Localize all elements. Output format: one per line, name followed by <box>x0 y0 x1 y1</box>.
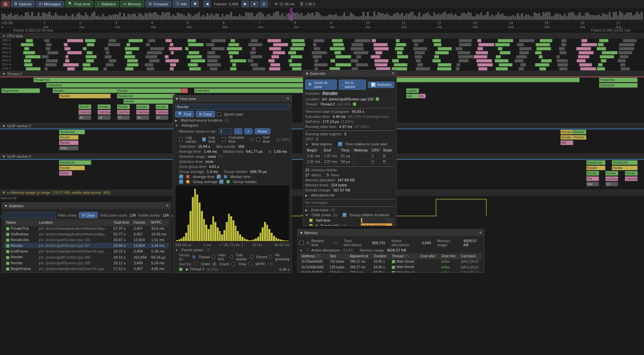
table-row[interactable]: BeginFramejni/../jni/src/claw/gfx/drv/vk… <box>4 266 169 271</box>
find-zone-panel: ▼ Find zone ✕ 🔍 Find ⊘ Clear Ignore case… <box>173 95 292 273</box>
grp-ng-rb[interactable] <box>269 255 272 259</box>
restrict-time-cb[interactable] <box>300 241 304 245</box>
timing-info: 👁 22.36 ms <box>272 2 297 6</box>
table-row[interactable]: PrivateTickjni/../jni/src/claw/applicati… <box>4 226 169 231</box>
stats-filter-input[interactable] <box>4 212 56 218</box>
main-toolbar: ⏻ ⚙ Options 🏷 Messages 🔍 Find zone ↕ Sta… <box>0 0 644 8</box>
time-ruler[interactable]: +55.83 s1 ms2 ms3 ms4 ms5 ms6 ms7 ms8 ms… <box>0 21 644 28</box>
frames-info: Frames: 3,458 <box>212 2 240 6</box>
frame-next-button[interactable]: ▶ <box>241 1 249 7</box>
child-zone-row[interactable]: ▶ RenderJob (×2)4.16 ms (92.60%) <box>305 223 394 226</box>
alloc-list-expander[interactable] <box>305 193 309 197</box>
statistics-panel: ▼ Statistics ✕ Filter zones ⊘ Clear Tota… <box>2 202 171 273</box>
close-icon[interactable]: ✕ <box>286 96 289 101</box>
statistics-titlebar[interactable]: ▼ Statistics ✕ <box>2 203 171 209</box>
frame-labels: Frame 3,193 (22.45 ms) Frame 3,194 (13.9… <box>0 28 644 33</box>
table-row[interactable]: 0x7dfaa64e00192 bytes298.21 ms59.95 sMai… <box>300 259 482 264</box>
grp-ut-rb[interactable] <box>212 255 215 259</box>
messages-button[interactable]: 🏷 Messages <box>36 1 64 7</box>
histogram-chart[interactable] <box>175 185 289 242</box>
stats-table[interactable]: NameLocation Total timeCountsMTPC Privat… <box>4 219 169 272</box>
group-children-cb[interactable] <box>342 213 346 217</box>
table-row[interactable]: Renderjni/../jni/src/guif/Screen.cpp:150… <box>4 260 169 266</box>
close-icon[interactable]: ✕ <box>479 230 482 235</box>
child-zone-row[interactable]: Self time 172.14 µs (3.83%) <box>305 218 394 223</box>
table-row[interactable]: EndFramejni/../jni/src/claw/gfx/drv/vk/D… <box>4 249 169 254</box>
cumulate-cb[interactable] <box>222 137 225 141</box>
self-time-cb[interactable] <box>256 137 260 141</box>
memory-button[interactable]: ▭ Memory <box>120 1 144 7</box>
zone-info-titlebar[interactable]: ▼ Zone info ✕ <box>303 70 396 77</box>
table-row[interactable]: RenderJobjni/../jni/src/guif/Screen.cpp:… <box>4 237 169 243</box>
sort-mtpc-rb[interactable] <box>248 262 252 266</box>
find-button[interactable]: 🔍 Find <box>175 111 194 117</box>
power-button[interactable]: ⏻ <box>1 1 10 7</box>
find-zone-input[interactable] <box>175 104 289 110</box>
thread-row[interactable]: ▶ Thread-2 (4,105) 6.46 s <box>179 267 289 271</box>
dec-button[interactable]: − <box>234 128 242 134</box>
sort-count-rb[interactable] <box>212 262 216 266</box>
table-row[interactable]: OnRedrawjni/../jni/src/claw/application/… <box>4 231 169 237</box>
table-row[interactable]: 0x7e049b3d00128 bytes298.27 ms59.95 sMai… <box>300 264 482 270</box>
stats-clear-button[interactable]: ⊘ Clear <box>79 212 98 218</box>
matched-src-expander[interactable] <box>175 118 179 122</box>
min-vals-input[interactable] <box>219 128 232 134</box>
wait-regions-expander[interactable] <box>305 142 310 146</box>
minimap-cursor[interactable] <box>290 8 292 21</box>
grp-parent-rb[interactable] <box>250 255 253 259</box>
memory-table[interactable]: Address (?)SizeAppeared atDurationThread… <box>300 253 482 272</box>
table-row[interactable]: 1.91 ms1.97 ms61 µs-2R <box>306 153 394 159</box>
grp-thread-rb[interactable] <box>192 255 195 259</box>
table-row[interactable]: Renderjni/../jni/src/guif/Screen.cpp:257… <box>4 243 169 249</box>
group-med-cb[interactable] <box>219 180 223 184</box>
frame-target-button[interactable]: ◎ <box>260 1 268 7</box>
close-icon[interactable]: ✕ <box>166 204 169 208</box>
zone-info-panel: ▼ Zone info ✕ 🔍 Zoom to zone ↑ Go to par… <box>303 70 397 226</box>
sort-order-rb[interactable] <box>194 262 198 266</box>
find-zone-titlebar[interactable]: ▼ Find zone ✕ <box>173 95 291 102</box>
info-button[interactable]: ⓘ Info <box>173 0 190 7</box>
avg-time-cb[interactable] <box>179 175 183 179</box>
table-row[interactable]: Renderjni/../jni/src/guif/Control.cpp:34… <box>4 254 169 260</box>
trel-cb[interactable] <box>338 142 342 146</box>
sort-time-rb[interactable] <box>231 262 235 266</box>
child-zones-expander[interactable] <box>305 213 310 217</box>
log-values-cb[interactable] <box>179 137 182 141</box>
active-allocs-expander[interactable] <box>300 248 304 252</box>
frame-dropdown-button[interactable]: ▼ <box>250 1 259 7</box>
compare-button[interactable]: ⚖ Compare <box>146 1 171 7</box>
zoom-to-zone-button[interactable]: 🔍 Zoom to zone <box>305 80 337 90</box>
zone-trace-expander[interactable] <box>305 208 309 212</box>
reset-button[interactable]: Reset <box>255 128 270 134</box>
find-zone-button[interactable]: 🔍 Find zone <box>65 1 93 7</box>
log-time-cb[interactable] <box>202 137 206 141</box>
inc-button[interactable]: + <box>244 128 252 134</box>
wait-table[interactable]: BeginEndTimeWakeupCPUState 1.91 ms1.97 m… <box>305 147 394 165</box>
ignore-case-checkbox[interactable] <box>217 112 221 116</box>
cpu-lanes: CPU 0CPU 1CPU 2CPU 3CPU 4CPU 5CPU 6CPU 7 <box>0 39 644 71</box>
cpu-data-header[interactable]: CPU data <box>0 33 644 39</box>
go-to-parent-button[interactable]: ↑ Go to parent <box>339 80 366 90</box>
close-icon[interactable]: ✕ <box>391 71 394 76</box>
clock-info: 🗄 1:00.2 <box>298 2 317 6</box>
thread-row[interactable]: ▶ GUIF worker 2 (3,296) 4.61 s <box>179 272 289 273</box>
table-row[interactable]: Clipperjni/../jni/src/claw/gfx/geo/Clipp… <box>4 271 169 272</box>
minimap[interactable] <box>0 8 644 21</box>
median-time-cb[interactable] <box>217 175 221 179</box>
found-zones-expander[interactable] <box>175 248 179 252</box>
histogram-expander[interactable] <box>175 123 179 127</box>
group-avg-cb[interactable] <box>179 180 183 184</box>
tools-button[interactable]: ✖ <box>191 1 199 7</box>
statistics-button[interactable]: ↕ Statistics <box>95 1 119 7</box>
find-clear-button[interactable]: ⊘ Clear <box>196 111 215 117</box>
memory-titlebar[interactable]: ▼ Memory ✕ <box>298 229 484 236</box>
grp-cs-rb[interactable] <box>230 255 233 259</box>
zone-stats-button[interactable]: 📊 Statistics <box>368 82 394 88</box>
table-row[interactable]: 2.01 ms2.07 ms59 µs-2R <box>306 159 394 165</box>
options-button[interactable]: ⚙ Options <box>11 1 35 7</box>
table-row[interactable]: 0x7dfc42d64032 bytes298.3 ms59.95 sMain … <box>300 270 482 272</box>
memory-panel: ▼ Memory ✕ ↻ Restrict time (?) Total all… <box>297 229 484 273</box>
frame-prev-button[interactable]: ◀ <box>203 1 211 7</box>
